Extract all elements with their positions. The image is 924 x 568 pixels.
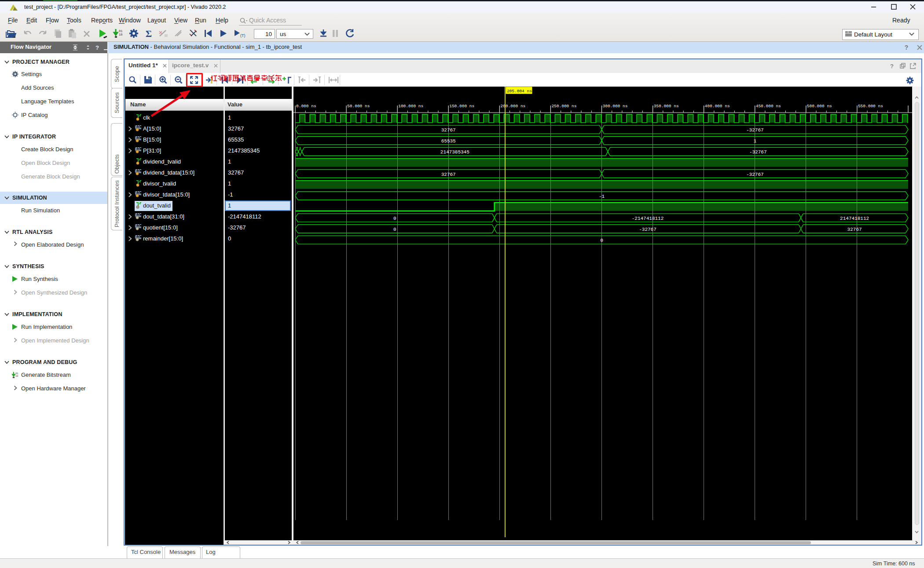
svg-text:-1: -1 [599,194,605,199]
svg-text:-32767: -32767 [749,149,767,155]
svg-text:65535: 65535 [441,138,456,144]
svg-text:1: 1 [753,138,756,144]
svg-text:0: 0 [600,238,603,243]
svg-text:32767: 32767 [441,172,456,177]
svg-text:100.000 ns: 100.000 ns [398,104,423,109]
svg-text:0.000 ns: 0.000 ns [296,104,316,109]
svg-text:450.000 ns: 450.000 ns [756,104,781,109]
svg-text:350.000 ns: 350.000 ns [654,104,679,109]
svg-text:250.000 ns: 250.000 ns [551,104,576,109]
svg-text:Σ: Σ [146,28,152,39]
svg-text:01: 01 [15,372,18,375]
svg-text:550.000 ns: 550.000 ns [858,104,883,109]
svg-text:10: 10 [119,33,122,36]
svg-text:32767: 32767 [847,227,862,232]
svg-text:2147385345: 2147385345 [440,149,469,155]
svg-text:-2147418112: -2147418112 [632,216,664,221]
svg-text:50.000 ns: 50.000 ns [347,104,370,109]
svg-text:300.000 ns: 300.000 ns [603,104,628,109]
svg-text:01: 01 [119,29,122,33]
svg-text:?: ? [95,44,99,51]
svg-text:400.000 ns: 400.000 ns [705,104,730,109]
svg-text:0: 0 [393,227,396,232]
svg-text:(T): (T) [240,33,246,38]
svg-text:205.004 ns: 205.004 ns [507,89,532,94]
svg-text:10: 10 [15,375,18,377]
svg-text:-32767: -32767 [639,227,656,232]
svg-text:32767: 32767 [441,127,456,133]
svg-text:-32767: -32767 [746,172,764,177]
svg-text:0: 0 [393,216,396,221]
svg-text:200.000 ns: 200.000 ns [500,104,525,109]
svg-text:2147418112: 2147418112 [840,216,869,221]
svg-text:?: ? [905,44,909,51]
svg-text:500.000 ns: 500.000 ns [807,104,832,109]
svg-text:-32767: -32767 [746,127,764,133]
svg-text:150.000 ns: 150.000 ns [449,104,474,109]
svg-text:?: ? [890,63,894,69]
